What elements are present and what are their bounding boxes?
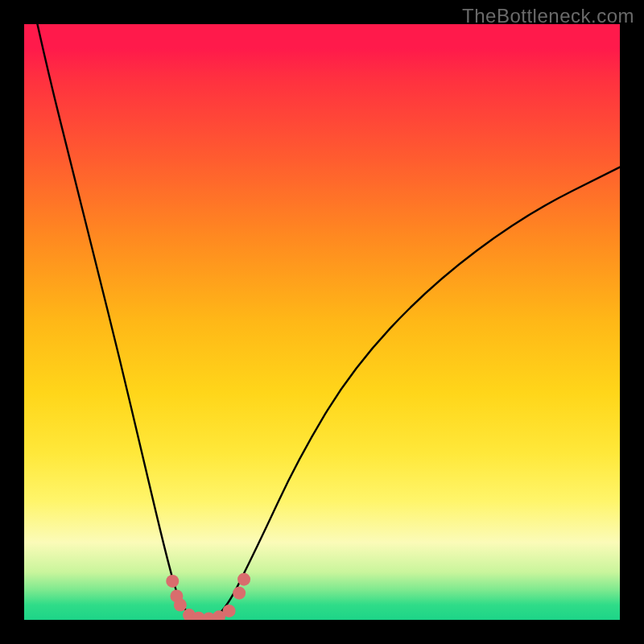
- marker-dot: [183, 609, 196, 620]
- highlight-dots: [166, 573, 250, 620]
- plot-area: [24, 24, 620, 620]
- bottleneck-curve: [24, 24, 620, 620]
- marker-dot: [213, 610, 225, 620]
- chart-frame: TheBottleneck.com: [0, 0, 644, 644]
- marker-dot: [174, 599, 187, 612]
- marker-dot: [166, 575, 179, 588]
- marker-dot: [237, 573, 250, 586]
- marker-dot: [170, 589, 183, 602]
- watermark-text: TheBottleneck.com: [462, 5, 634, 27]
- marker-dot: [223, 605, 236, 617]
- marker-dot: [202, 613, 215, 620]
- marker-dot: [233, 587, 246, 600]
- curve-svg: [24, 24, 620, 620]
- marker-dot: [192, 612, 205, 620]
